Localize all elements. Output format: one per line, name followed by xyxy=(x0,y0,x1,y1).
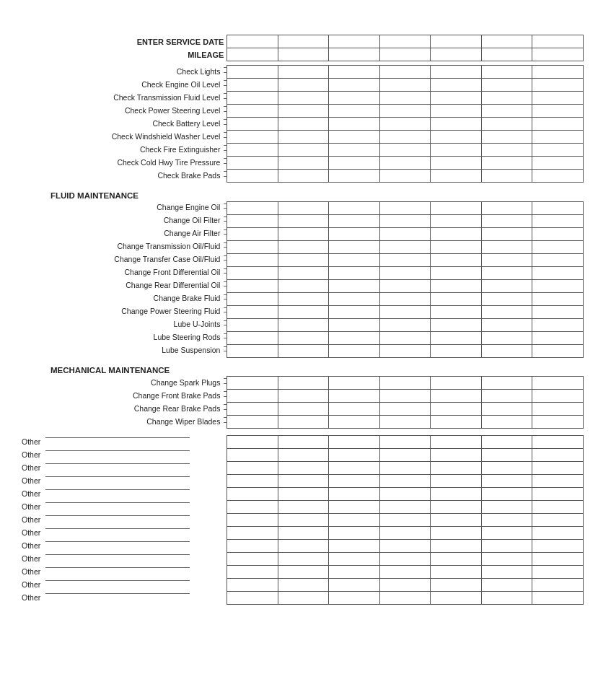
data-cell[interactable] xyxy=(431,131,482,144)
data-cell[interactable] xyxy=(532,170,584,183)
data-cell[interactable] xyxy=(227,131,278,144)
data-cell[interactable] xyxy=(379,592,431,605)
data-cell[interactable] xyxy=(532,118,584,131)
data-cell[interactable] xyxy=(227,79,278,92)
data-cell[interactable] xyxy=(329,66,380,79)
data-cell[interactable] xyxy=(431,66,482,79)
data-cell[interactable] xyxy=(481,66,532,79)
data-cell[interactable] xyxy=(431,292,482,305)
data-cell[interactable] xyxy=(532,279,584,292)
data-cell[interactable] xyxy=(532,240,584,253)
data-cell[interactable] xyxy=(329,144,380,157)
data-cell[interactable] xyxy=(481,305,532,318)
data-cell[interactable] xyxy=(227,540,278,553)
data-cell[interactable] xyxy=(532,462,584,475)
data-cell[interactable] xyxy=(278,514,329,527)
data-cell[interactable] xyxy=(329,416,380,429)
data-cell[interactable] xyxy=(431,488,482,501)
data-cell[interactable] xyxy=(278,144,329,157)
data-cell[interactable] xyxy=(481,514,532,527)
data-cell[interactable] xyxy=(329,553,380,566)
data-cell[interactable] xyxy=(431,566,482,579)
data-cell[interactable] xyxy=(532,318,584,331)
data-cell[interactable] xyxy=(431,240,482,253)
data-cell[interactable] xyxy=(379,92,431,105)
data-cell[interactable] xyxy=(278,540,329,553)
data-cell[interactable] xyxy=(329,48,380,61)
data-cell[interactable] xyxy=(379,279,431,292)
data-cell[interactable] xyxy=(227,592,278,605)
data-cell[interactable] xyxy=(379,214,431,227)
data-cell[interactable] xyxy=(431,48,482,61)
data-cell[interactable] xyxy=(278,305,329,318)
data-cell[interactable] xyxy=(481,318,532,331)
data-cell[interactable] xyxy=(278,416,329,429)
data-cell[interactable] xyxy=(481,105,532,118)
data-cell[interactable] xyxy=(532,48,584,61)
data-cell[interactable] xyxy=(481,488,532,501)
data-cell[interactable] xyxy=(431,527,482,540)
data-cell[interactable] xyxy=(329,105,380,118)
data-cell[interactable] xyxy=(481,79,532,92)
data-cell[interactable] xyxy=(278,403,329,416)
data-cell[interactable] xyxy=(431,79,482,92)
data-cell[interactable] xyxy=(227,436,278,449)
data-cell[interactable] xyxy=(481,118,532,131)
data-cell[interactable] xyxy=(329,157,380,170)
data-cell[interactable] xyxy=(532,501,584,514)
data-cell[interactable] xyxy=(379,227,431,240)
data-cell[interactable] xyxy=(379,403,431,416)
data-cell[interactable] xyxy=(379,553,431,566)
data-cell[interactable] xyxy=(431,553,482,566)
data-cell[interactable] xyxy=(227,35,278,48)
data-cell[interactable] xyxy=(278,279,329,292)
data-cell[interactable] xyxy=(227,253,278,266)
data-cell[interactable] xyxy=(532,131,584,144)
data-cell[interactable] xyxy=(227,553,278,566)
data-cell[interactable] xyxy=(227,488,278,501)
data-cell[interactable] xyxy=(379,416,431,429)
data-cell[interactable] xyxy=(379,35,431,48)
data-cell[interactable] xyxy=(278,292,329,305)
data-cell[interactable] xyxy=(227,144,278,157)
data-cell[interactable] xyxy=(431,318,482,331)
data-cell[interactable] xyxy=(431,214,482,227)
data-cell[interactable] xyxy=(532,436,584,449)
data-cell[interactable] xyxy=(329,377,380,390)
data-cell[interactable] xyxy=(278,227,329,240)
data-cell[interactable] xyxy=(481,279,532,292)
data-cell[interactable] xyxy=(379,527,431,540)
data-cell[interactable] xyxy=(227,305,278,318)
data-cell[interactable] xyxy=(431,279,482,292)
data-cell[interactable] xyxy=(431,157,482,170)
data-cell[interactable] xyxy=(481,144,532,157)
data-cell[interactable] xyxy=(329,227,380,240)
data-cell[interactable] xyxy=(532,403,584,416)
data-cell[interactable] xyxy=(481,436,532,449)
data-cell[interactable] xyxy=(379,48,431,61)
data-cell[interactable] xyxy=(329,292,380,305)
data-cell[interactable] xyxy=(431,253,482,266)
data-cell[interactable] xyxy=(278,105,329,118)
data-cell[interactable] xyxy=(379,144,431,157)
data-cell[interactable] xyxy=(532,35,584,48)
data-cell[interactable] xyxy=(532,331,584,344)
data-cell[interactable] xyxy=(278,449,329,462)
data-cell[interactable] xyxy=(227,475,278,488)
data-cell[interactable] xyxy=(278,527,329,540)
data-cell[interactable] xyxy=(481,292,532,305)
data-cell[interactable] xyxy=(379,475,431,488)
data-cell[interactable] xyxy=(329,344,380,357)
data-cell[interactable] xyxy=(278,48,329,61)
data-cell[interactable] xyxy=(329,462,380,475)
data-cell[interactable] xyxy=(329,318,380,331)
data-cell[interactable] xyxy=(227,449,278,462)
data-cell[interactable] xyxy=(532,157,584,170)
data-cell[interactable] xyxy=(278,344,329,357)
data-cell[interactable] xyxy=(379,488,431,501)
data-cell[interactable] xyxy=(532,449,584,462)
data-cell[interactable] xyxy=(329,253,380,266)
data-cell[interactable] xyxy=(379,253,431,266)
data-cell[interactable] xyxy=(481,566,532,579)
data-cell[interactable] xyxy=(227,105,278,118)
